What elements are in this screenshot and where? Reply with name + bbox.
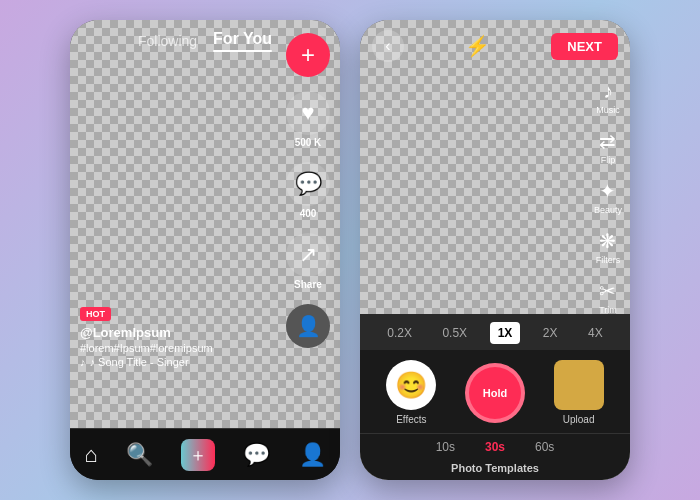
music-note-icon: ♪ — [80, 356, 86, 368]
hold-record-button[interactable]: Hold — [465, 363, 525, 423]
video-feed: + ♥ 500 K 💬 400 ↗ Share 👤 HOT @LoremIpsu… — [70, 20, 340, 428]
flash-icon[interactable]: ⚡ — [465, 34, 490, 58]
share-icon: ↗ — [286, 233, 330, 277]
for-you-tab[interactable]: For You — [213, 30, 272, 52]
record-action[interactable]: Hold — [465, 363, 525, 423]
back-icon: ‹ — [385, 37, 390, 55]
camera-tools: ♪ Music ⇄ Flip ✦ Beauty ❋ Filters ✂ Trim — [594, 80, 622, 315]
create-nav-button[interactable]: ＋ — [181, 439, 215, 471]
photo-templates-label: Photo Templates — [451, 462, 539, 474]
song-info: ♪ ♪ Song Title - Singer — [80, 356, 213, 368]
photo-templates-bar[interactable]: Photo Templates — [360, 458, 630, 480]
home-nav-icon[interactable]: ⌂ — [84, 442, 97, 468]
username[interactable]: @LoremIpsum — [80, 325, 213, 340]
speed-4x[interactable]: 4X — [580, 322, 611, 344]
side-actions: + ♥ 500 K 💬 400 ↗ Share 👤 — [286, 33, 330, 348]
trim-tool-icon: ✂ — [599, 279, 616, 303]
profile-button[interactable]: 👤 — [286, 304, 330, 348]
camera-bottom-panel: 0.2X 0.5X 1X 2X 4X 😊 Effects Hold Upload — [360, 314, 630, 480]
camera-top-bar: ‹ ⚡ NEXT — [360, 20, 630, 68]
upload-label: Upload — [563, 414, 595, 425]
music-tool-label: Music — [596, 105, 620, 115]
beauty-tool-icon: ✦ — [599, 179, 616, 203]
duration-controls: 10s 30s 60s — [360, 433, 630, 458]
duration-30s[interactable]: 30s — [485, 440, 505, 454]
like-button[interactable]: ♥ 500 K — [286, 91, 330, 148]
effects-action[interactable]: 😊 Effects — [386, 360, 436, 425]
following-tab[interactable]: Following — [138, 33, 197, 49]
upload-box — [554, 360, 604, 410]
flip-tool[interactable]: ⇄ Flip — [599, 129, 616, 165]
duration-10s[interactable]: 10s — [436, 440, 455, 454]
speed-1x[interactable]: 1X — [490, 322, 521, 344]
effects-icon: 😊 — [386, 360, 436, 410]
camera-actions: 😊 Effects Hold Upload — [360, 350, 630, 433]
effects-label: Effects — [396, 414, 426, 425]
left-phone: Following For You + ♥ 500 K 💬 400 ↗ Shar… — [70, 20, 340, 480]
song-title: ♪ Song Title - Singer — [90, 356, 189, 368]
share-label: Share — [294, 279, 322, 290]
comment-icon: 💬 — [286, 162, 330, 206]
filters-tool-label: Filters — [596, 255, 621, 265]
duration-60s[interactable]: 60s — [535, 440, 554, 454]
hot-badge: HOT — [80, 307, 111, 321]
heart-icon: ♥ — [286, 91, 330, 135]
speed-2x[interactable]: 2X — [535, 322, 566, 344]
speed-controls: 0.2X 0.5X 1X 2X 4X — [360, 314, 630, 350]
video-info: HOT @LoremIpsum #lorem#Ipsum#loremipsum … — [80, 303, 213, 368]
next-button[interactable]: NEXT — [551, 33, 618, 60]
flip-tool-label: Flip — [601, 155, 616, 165]
hashtags: #lorem#Ipsum#loremipsum — [80, 342, 213, 354]
filters-tool[interactable]: ❋ Filters — [596, 229, 621, 265]
messages-nav-icon[interactable]: 💬 — [243, 442, 270, 468]
music-tool-icon: ♪ — [603, 80, 613, 103]
like-count: 500 K — [295, 137, 322, 148]
search-nav-icon[interactable]: 🔍 — [126, 442, 153, 468]
hold-label: Hold — [483, 387, 507, 399]
upload-icon — [554, 360, 604, 410]
speed-05x[interactable]: 0.5X — [434, 322, 475, 344]
speed-02x[interactable]: 0.2X — [379, 322, 420, 344]
comment-count: 400 — [300, 208, 317, 219]
bottom-navigation: ⌂ 🔍 ＋ 💬 👤 — [70, 428, 340, 480]
filters-tool-icon: ❋ — [599, 229, 616, 253]
add-icon: + — [286, 33, 330, 77]
share-button[interactable]: ↗ Share — [286, 233, 330, 290]
flip-tool-icon: ⇄ — [599, 129, 616, 153]
comment-button[interactable]: 💬 400 — [286, 162, 330, 219]
beauty-tool[interactable]: ✦ Beauty — [594, 179, 622, 215]
upload-action[interactable]: Upload — [554, 360, 604, 425]
right-phone: ‹ ⚡ NEXT ♪ Music ⇄ Flip ✦ Beauty ❋ Filte… — [360, 20, 630, 480]
music-tool[interactable]: ♪ Music — [596, 80, 620, 115]
profile-icon: 👤 — [286, 304, 330, 348]
profile-nav-icon[interactable]: 👤 — [299, 442, 326, 468]
back-button[interactable]: ‹ — [372, 30, 404, 62]
beauty-tool-label: Beauty — [594, 205, 622, 215]
trim-tool[interactable]: ✂ Trim — [599, 279, 617, 315]
follow-button[interactable]: + — [286, 33, 330, 77]
